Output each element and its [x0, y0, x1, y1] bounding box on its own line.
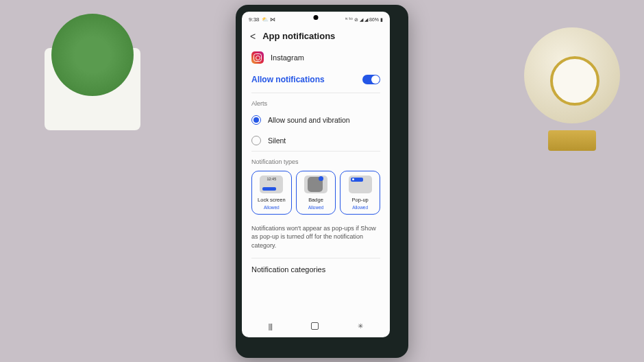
page-title: App notifications	[262, 31, 335, 41]
categories-label: Notification categories	[251, 265, 325, 274]
nav-recent-button[interactable]: |||	[269, 322, 273, 330]
help-text: Notifications won't appear as pop-ups if…	[242, 221, 390, 258]
type-status: Allowed	[352, 205, 368, 210]
alert-silent-label: Silent	[268, 136, 286, 145]
decor-clock	[524, 27, 620, 151]
badge-preview-icon	[304, 176, 327, 193]
header: < App notifications	[242, 27, 390, 49]
front-camera	[314, 15, 319, 20]
decor-plant	[34, 14, 151, 130]
type-title: Badge	[308, 197, 323, 203]
nav-home-button[interactable]	[311, 322, 319, 330]
app-name: Instagram	[271, 53, 304, 62]
nav-accessibility-button[interactable]: ✳	[358, 322, 363, 330]
type-status: Allowed	[264, 205, 280, 210]
radio-unchecked-icon[interactable]	[251, 136, 261, 145]
type-lockscreen[interactable]: 12:45 Lock screen Allowed	[251, 171, 292, 215]
status-icons-left: ⛅ ⋈	[262, 16, 275, 23]
allow-notifications-toggle[interactable]	[362, 75, 380, 84]
back-button[interactable]: <	[250, 31, 256, 42]
app-row[interactable]: Instagram	[242, 49, 390, 71]
nav-bar: ||| ✳	[242, 314, 390, 337]
type-status: Allowed	[308, 205, 324, 210]
type-title: Pop-up	[352, 197, 369, 203]
allow-notifications-row[interactable]: Allow notifications	[242, 71, 390, 93]
allow-notifications-label: Allow notifications	[251, 75, 325, 84]
notification-types-row: 12:45 Lock screen Allowed Badge Allowed …	[242, 168, 390, 221]
types-section-label: Notification types	[242, 152, 390, 168]
type-popup[interactable]: Pop-up Allowed	[340, 171, 380, 215]
phone-frame: 9:38 ⛅ ⋈ ᴺ ⁵⁰ ⊘ ◢ ◢ 86% ▮ < App notifica…	[236, 5, 408, 358]
type-title: Lock screen	[258, 197, 285, 203]
popup-preview-icon	[349, 176, 372, 193]
alert-sound-label: Allow sound and vibration	[268, 116, 350, 124]
alert-sound-row[interactable]: Allow sound and vibration	[242, 110, 390, 130]
instagram-icon	[251, 51, 264, 64]
alert-silent-row[interactable]: Silent	[242, 130, 390, 151]
notification-categories-row[interactable]: Notification categories	[242, 258, 390, 279]
status-time: 9:38	[249, 16, 260, 23]
type-badge[interactable]: Badge Allowed	[296, 171, 336, 215]
radio-checked-icon[interactable]	[251, 115, 261, 125]
lockscreen-preview-icon: 12:45	[260, 176, 283, 193]
status-icons-right: ᴺ ⁵⁰ ⊘ ◢ ◢ 86% ▮	[345, 17, 383, 23]
alerts-section-label: Alerts	[242, 93, 390, 110]
phone-screen: 9:38 ⛅ ⋈ ᴺ ⁵⁰ ⊘ ◢ ◢ 86% ▮ < App notifica…	[242, 12, 390, 337]
